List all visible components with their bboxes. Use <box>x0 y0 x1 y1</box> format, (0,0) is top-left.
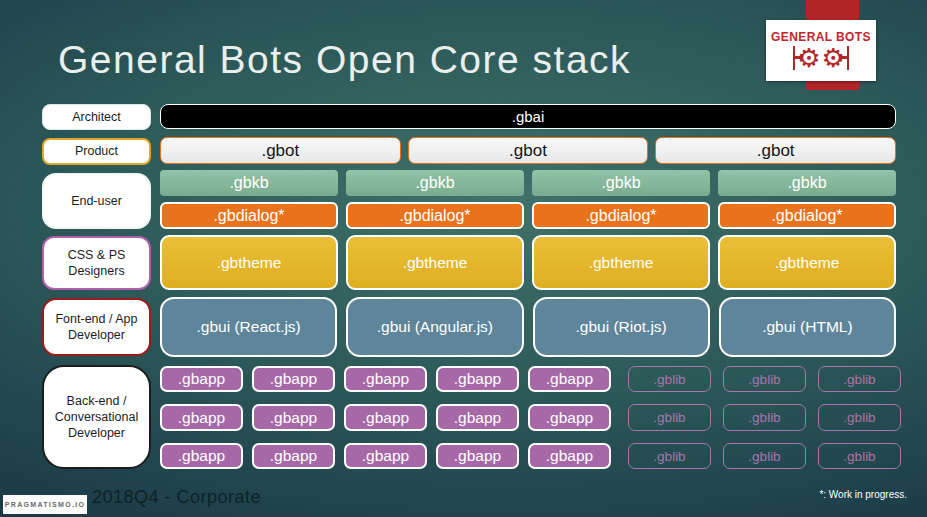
block-gbapp: .gbapp <box>528 443 611 469</box>
row-label-front-end-app-developer: Font-end / App Developer <box>42 298 151 356</box>
block-gbai: .gbai <box>160 104 896 129</box>
block-gbdialog: .gbdialog* <box>160 202 338 229</box>
block-gbtheme: .gbtheme <box>346 235 524 290</box>
block-gbapp: .gbapp <box>528 366 611 392</box>
block-gbui: .gbui (HTML) <box>719 297 896 357</box>
stack-row: .gbdialog*.gbdialog*.gbdialog*.gbdialog* <box>160 202 896 229</box>
block-gbapp: .gbapp <box>436 404 519 431</box>
block-gbapp: .gbapp <box>160 443 243 469</box>
block-gbtheme: .gbtheme <box>718 235 896 290</box>
block-gbapp: .gbapp <box>344 443 427 469</box>
block-gbapp: .gbapp <box>344 366 427 392</box>
block-gbkb: .gbkb <box>532 170 710 196</box>
block-gblib: .gblib <box>818 404 901 431</box>
block-gblib: .gblib <box>818 443 901 469</box>
stack-row: .gbapp.gbapp.gbapp.gbapp.gbapp.gblib.gbl… <box>160 404 896 431</box>
block-gbapp: .gbapp <box>160 366 243 392</box>
stack-row: .gbui (React.js).gbui (Angular.js).gbui … <box>160 297 896 357</box>
block-gblib: .gblib <box>723 366 806 392</box>
block-gbtheme: .gbtheme <box>160 235 338 290</box>
block-gbdialog: .gbdialog* <box>346 202 524 229</box>
block-gbapp: .gbapp <box>436 443 519 469</box>
slide-background: General Bots Open Core stack GENERAL BOT… <box>0 0 927 517</box>
pragmatismo-badge: PRAGMATISMO.IO <box>3 495 87 514</box>
block-gbapp: .gbapp <box>528 404 611 431</box>
block-gbapp: .gbapp <box>252 443 335 469</box>
stack-diagram: .gbai.gbot.gbot.gbot.gbkb.gbkb.gbkb.gbkb… <box>160 0 896 517</box>
block-gbot: .gbot <box>655 137 896 164</box>
row-label-css-ps-designers: CSS & PS Designers <box>42 236 151 290</box>
stack-row: .gbapp.gbapp.gbapp.gbapp.gbapp.gblib.gbl… <box>160 366 896 392</box>
block-gbapp: .gbapp <box>252 366 335 392</box>
block-gbapp: .gbapp <box>160 404 243 431</box>
block-gblib: .gblib <box>628 443 711 469</box>
block-gbui: .gbui (Angular.js) <box>346 297 523 357</box>
stack-row: .gbapp.gbapp.gbapp.gbapp.gbapp.gblib.gbl… <box>160 443 896 469</box>
stack-row: .gbkb.gbkb.gbkb.gbkb <box>160 170 896 196</box>
stack-row: .gbtheme.gbtheme.gbtheme.gbtheme <box>160 235 896 290</box>
row-label-back-end-conversational-developer: Back-end / Conversational Developer <box>42 365 151 469</box>
block-gbapp: .gbapp <box>252 404 335 431</box>
block-gbdialog: .gbdialog* <box>532 202 710 229</box>
block-gblib: .gblib <box>723 404 806 431</box>
work-in-progress-note: *: Work in progress. <box>819 489 907 500</box>
block-gblib: .gblib <box>818 366 901 392</box>
block-gbkb: .gbkb <box>160 170 338 196</box>
block-gbtheme: .gbtheme <box>532 235 710 290</box>
row-label-end-user: End-user <box>42 173 151 229</box>
stack-row: .gbai <box>160 104 896 129</box>
block-gbdialog: .gbdialog* <box>718 202 896 229</box>
block-gbapp: .gbapp <box>436 366 519 392</box>
row-label-architect: Architect <box>42 104 151 130</box>
block-gbkb: .gbkb <box>718 170 896 196</box>
block-gbui: .gbui (Riot.js) <box>533 297 710 357</box>
block-gbot: .gbot <box>160 137 401 164</box>
block-gblib: .gblib <box>628 404 711 431</box>
block-gbkb: .gbkb <box>346 170 524 196</box>
row-label-product: Product <box>42 138 151 165</box>
block-gbapp: .gbapp <box>344 404 427 431</box>
footer-caption: 2018Q4 - Corporate <box>92 487 261 508</box>
block-gblib: .gblib <box>723 443 806 469</box>
block-gbui: .gbui (React.js) <box>160 297 337 357</box>
block-gbot: .gbot <box>408 137 649 164</box>
stack-row: .gbot.gbot.gbot <box>160 137 896 164</box>
block-gblib: .gblib <box>628 366 711 392</box>
